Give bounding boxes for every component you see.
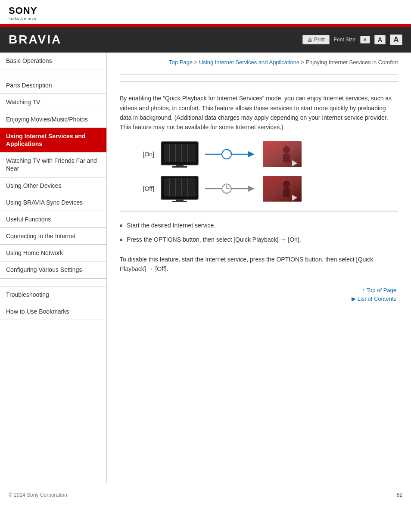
bottom-nav: ↑ Top of Page ▶ List of Contents [120, 287, 398, 302]
separator-line-3 [120, 211, 398, 212]
svg-marker-9 [248, 151, 255, 157]
photo-thumb-off [263, 176, 302, 202]
svg-rect-7 [172, 166, 187, 168]
diagram-row-off: [Off] [137, 175, 389, 202]
svg-point-13 [283, 146, 290, 154]
breadcrumb-sep2: > [299, 59, 306, 65]
sidebar-item-watching-tv[interactable]: Watching TV [0, 94, 106, 111]
svg-marker-25 [248, 186, 255, 192]
sony-logo: SONY [9, 5, 402, 16]
step-2: Press the OPTIONS button, then select [Q… [120, 233, 398, 247]
photo-thumb-on [263, 141, 302, 167]
sidebar-item-using-internet[interactable]: Using Internet Services and Applications [0, 128, 106, 152]
on-label: [On] [137, 151, 154, 158]
svg-rect-23 [172, 201, 187, 202]
sidebar-item-useful-functions[interactable]: Useful Functions [0, 211, 106, 228]
svg-rect-1 [164, 144, 196, 162]
bravia-title: BRAVIA [9, 33, 62, 47]
sidebar-item-how-to-use-bookmarks[interactable]: How to Use Bookmarks [0, 303, 106, 320]
diagram-area: [On] [137, 141, 389, 202]
disable-text: To disable this feature, start the Inter… [120, 255, 398, 274]
step-1-text: Start the desired Internet service. [127, 222, 215, 229]
svg-rect-14 [283, 154, 290, 162]
tv-icon-on [160, 141, 199, 168]
step-2-text: Press the OPTIONS button, then select [Q… [127, 236, 301, 243]
main-layout: Basic Operations Parts Description Watch… [0, 53, 411, 483]
steps-area: Start the desired Internet service. Pres… [120, 218, 398, 247]
sidebar-item-connecting-internet[interactable]: Connecting to the Internet [0, 228, 106, 245]
sidebar-item-basic-operations[interactable]: Basic Operations [0, 53, 106, 69]
print-icon: 🖨 [307, 37, 312, 43]
arrow-line-off [205, 182, 257, 196]
sidebar-spacer1 [0, 69, 106, 77]
sidebar-item-using-other-devices[interactable]: Using Other Devices [0, 177, 106, 194]
sidebar-item-troubleshooting[interactable]: Troubleshooting [0, 286, 106, 303]
font-medium-button[interactable]: A [374, 35, 386, 44]
print-label: Print [314, 37, 325, 43]
sidebar: Basic Operations Parts Description Watch… [0, 53, 107, 483]
main-content: Top Page > Using Internet Services and A… [107, 53, 411, 483]
sidebar-item-using-bravia-sync[interactable]: Using BRAVIA Sync Devices [0, 194, 106, 211]
breadcrumb-sep1: > [193, 59, 199, 65]
content-body: By enabling the “Quick Playback for Inte… [120, 89, 398, 302]
separator-line-1 [120, 74, 398, 75]
svg-rect-17 [164, 178, 196, 196]
tv-icon-off [160, 175, 199, 202]
sidebar-item-configuring-settings[interactable]: Configuring Various Settings [0, 261, 106, 278]
sidebar-item-using-home-network[interactable]: Using Home Network [0, 245, 106, 261]
gray-arrow [205, 182, 257, 196]
brand-header: BRAVIA 🖨 Print Font Size A A A [0, 27, 411, 53]
sidebar-spacer2 [0, 279, 106, 286]
breadcrumb-using-internet[interactable]: Using Internet Services and Applications [199, 59, 299, 65]
breadcrumb: Top Page > Using Internet Services and A… [120, 53, 398, 71]
font-size-label: Font Size [334, 37, 356, 43]
arrow-line-on [205, 147, 257, 161]
font-large-button[interactable]: A [390, 34, 402, 45]
off-label: [Off] [137, 185, 154, 192]
list-of-contents-link[interactable]: ▶ List of Contents [120, 296, 396, 302]
breadcrumb-current: Enjoying Internet Services in Comfort [305, 59, 398, 65]
page-number: 82 [397, 492, 402, 498]
separator-line-2 [120, 81, 398, 82]
step-1: Start the desired Internet service. [120, 218, 398, 233]
breadcrumb-top-page[interactable]: Top Page [169, 59, 193, 65]
top-bar: SONY make.believe [0, 0, 411, 24]
svg-rect-33 [283, 188, 290, 197]
sidebar-item-watching-tv-friends[interactable]: Watching TV with Friends Far and Near [0, 152, 106, 177]
svg-point-32 [283, 180, 290, 188]
diagram-row-on: [On] [137, 141, 389, 168]
sidebar-item-parts-description[interactable]: Parts Description [0, 77, 106, 94]
copyright-text: © 2014 Sony Corporation [9, 492, 67, 498]
page-footer: © 2014 Sony Corporation 82 [0, 483, 411, 505]
header-controls: 🖨 Print Font Size A A A [302, 34, 402, 45]
print-button[interactable]: 🖨 Print [302, 35, 330, 44]
blue-arrow [205, 147, 257, 161]
sidebar-item-enjoying-movies[interactable]: Enjoying Movies/Music/Photos [0, 111, 106, 128]
font-small-button[interactable]: A [360, 36, 370, 44]
top-of-page-link[interactable]: ↑ Top of Page [120, 287, 396, 293]
description-text: By enabling the “Quick Playback for Inte… [120, 93, 398, 132]
sony-tagline: make.believe [9, 16, 402, 21]
